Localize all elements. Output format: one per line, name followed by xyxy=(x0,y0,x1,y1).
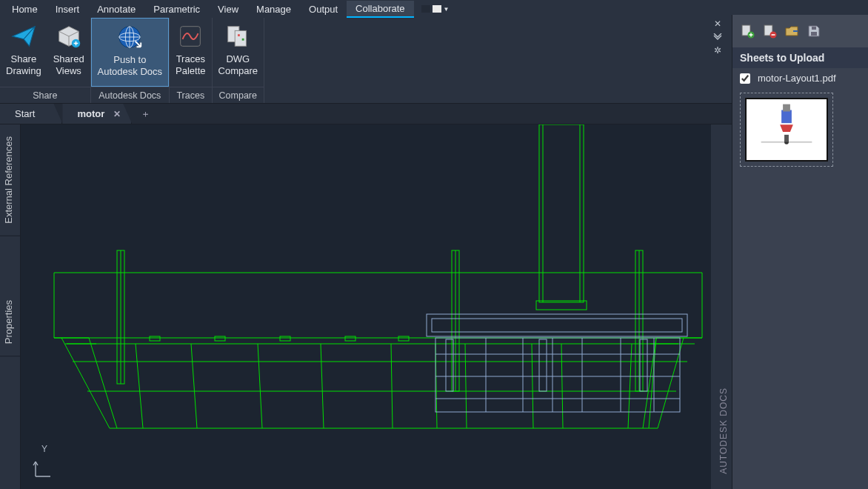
chevron-down-icon: ▼ xyxy=(444,6,450,13)
docs-sheet-thumbnail[interactable] xyxy=(740,93,833,167)
svg-rect-27 xyxy=(345,336,355,341)
svg-line-16 xyxy=(321,344,324,428)
menu-home[interactable]: Home xyxy=(3,1,47,17)
share-drawing-label: Share Drawing xyxy=(6,53,41,76)
panel-close-button[interactable]: ✕ xyxy=(711,18,724,29)
globe-arrow-icon xyxy=(116,23,144,51)
cube-share-icon xyxy=(55,22,83,50)
docs-sheet-filename: motor-Layout1.pdf xyxy=(758,73,836,84)
traces-palette-button[interactable]: Traces Palette xyxy=(170,18,211,87)
svg-rect-25 xyxy=(215,336,225,341)
svg-line-20 xyxy=(532,344,533,428)
svg-rect-58 xyxy=(811,32,817,36)
svg-rect-39 xyxy=(427,314,687,336)
docs-folder-button[interactable] xyxy=(784,24,799,39)
svg-rect-64 xyxy=(784,135,789,142)
docs-panel-title: Sheets to Upload xyxy=(732,47,868,68)
dwg-compare-button[interactable]: DWG Compare xyxy=(213,18,264,87)
svg-rect-40 xyxy=(432,319,682,332)
svg-rect-61 xyxy=(783,104,790,112)
workspace: External References Properties xyxy=(0,124,711,489)
close-icon[interactable]: ✕ xyxy=(113,109,121,119)
tab-motor[interactable]: motor ✕ xyxy=(62,104,132,124)
svg-rect-24 xyxy=(150,336,160,341)
svg-line-17 xyxy=(391,344,393,428)
docs-sheet-checkbox[interactable] xyxy=(740,73,750,84)
tab-start[interactable]: Start xyxy=(0,104,62,124)
panel-controls: ✕ ✲ xyxy=(711,18,730,56)
plus-icon: ＋ xyxy=(141,107,150,121)
push-to-docs-label: Push to Autodesk Docs xyxy=(98,54,162,77)
svg-line-13 xyxy=(136,344,143,428)
svg-rect-7 xyxy=(238,34,240,36)
shared-views-label: Shared Views xyxy=(53,53,84,76)
svg-line-21 xyxy=(561,344,563,428)
trace-wave-icon xyxy=(176,22,204,50)
theme-dark-swatch xyxy=(421,5,430,13)
paper-plane-icon xyxy=(10,22,38,50)
ribbon-group-traces-label: Traces xyxy=(170,87,211,103)
menu-annotate[interactable]: Annotate xyxy=(88,1,144,17)
shared-views-button[interactable]: Shared Views xyxy=(47,18,90,87)
menu-insert[interactable]: Insert xyxy=(47,1,89,17)
panel-divider xyxy=(0,236,20,288)
svg-rect-52 xyxy=(539,339,547,391)
left-panel-rail: External References Properties xyxy=(0,124,21,489)
svg-line-14 xyxy=(191,344,197,428)
ribbon-group-share: Share Drawing Shared Views Share xyxy=(0,18,91,103)
add-tab-button[interactable]: ＋ xyxy=(132,104,159,124)
svg-rect-60 xyxy=(781,110,792,123)
push-to-autodesk-docs-button[interactable]: Push to Autodesk Docs xyxy=(91,18,169,87)
theme-light-swatch xyxy=(433,5,441,13)
doc-compare-icon xyxy=(224,22,252,50)
docs-toolbar xyxy=(732,15,868,47)
svg-rect-35 xyxy=(539,124,584,302)
panel-tab-external-references[interactable]: External References xyxy=(0,124,20,236)
ribbon-group-traces: Traces Palette Traces xyxy=(170,18,212,103)
theme-switcher[interactable]: ▼ xyxy=(421,5,450,13)
tab-motor-label: motor xyxy=(77,108,104,119)
ucs-indicator: Y xyxy=(31,460,52,483)
autodesk-docs-side-label: AUTODESK DOCS xyxy=(718,387,729,474)
ribbon-group-compare-label: Compare xyxy=(213,87,264,103)
share-drawing-button[interactable]: Share Drawing xyxy=(0,18,47,87)
svg-rect-28 xyxy=(398,336,409,341)
ribbon-group-docs-label: Autodesk Docs xyxy=(91,87,169,103)
panel-collapse-button[interactable] xyxy=(711,31,724,42)
svg-line-19 xyxy=(465,344,467,428)
ribbon-group-share-label: Share xyxy=(0,87,90,103)
traces-palette-label: Traces Palette xyxy=(176,53,205,76)
svg-rect-26 xyxy=(280,336,290,341)
svg-line-22 xyxy=(628,344,632,428)
dwg-compare-label: DWG Compare xyxy=(218,53,258,76)
menu-output[interactable]: Output xyxy=(300,1,347,17)
ribbon-group-autodesk-docs: Push to Autodesk Docs Autodesk Docs xyxy=(91,18,170,103)
docs-remove-sheet-button[interactable] xyxy=(762,24,777,39)
docs-save-button[interactable] xyxy=(807,24,821,39)
docs-add-sheet-button[interactable] xyxy=(740,24,755,39)
menu-manage[interactable]: Manage xyxy=(247,1,300,17)
svg-rect-53 xyxy=(640,339,647,391)
svg-rect-6 xyxy=(235,30,246,46)
tab-start-label: Start xyxy=(15,108,35,119)
menu-collaborate[interactable]: Collaborate xyxy=(347,1,414,18)
docs-sheet-item[interactable]: motor-Layout1.pdf xyxy=(732,68,868,88)
menu-parametric[interactable]: Parametric xyxy=(144,1,209,17)
ucs-y-label: Y xyxy=(41,444,47,454)
svg-line-15 xyxy=(258,344,262,428)
svg-rect-59 xyxy=(812,27,816,30)
autodesk-docs-panel: Sheets to Upload motor-Layout1.pdf xyxy=(732,15,868,489)
drawing-canvas[interactable]: Y xyxy=(21,124,711,489)
svg-rect-8 xyxy=(242,39,244,41)
panel-settings-button[interactable]: ✲ xyxy=(711,44,724,56)
ribbon-group-compare: DWG Compare Compare xyxy=(213,18,264,103)
menu-view[interactable]: View xyxy=(209,1,247,17)
panel-tab-properties[interactable]: Properties xyxy=(0,288,20,356)
